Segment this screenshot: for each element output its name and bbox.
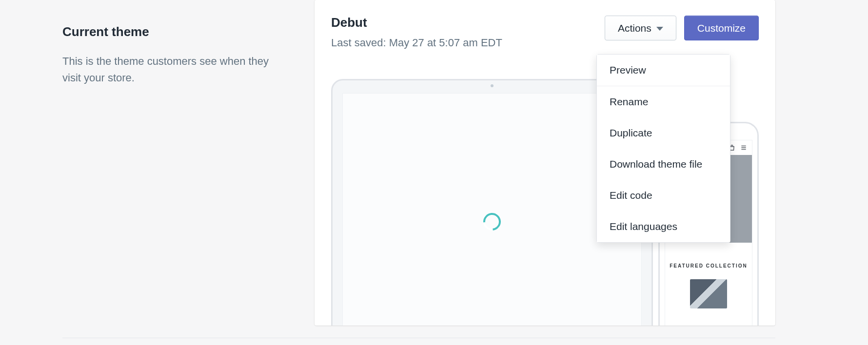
actions-menu-duplicate[interactable]: Duplicate [597,117,730,149]
actions-menu-preview[interactable]: Preview [597,55,730,86]
customize-button[interactable]: Customize [684,16,759,40]
actions-menu-rename[interactable]: Rename [597,86,730,117]
actions-menu-edit-code[interactable]: Edit code [597,180,730,211]
actions-menu-download[interactable]: Download theme file [597,149,730,180]
section-divider [62,338,775,338]
customize-button-label: Customize [697,23,746,33]
caret-down-icon [656,27,663,31]
theme-name: Debut [331,16,502,30]
phone-featured-section: FEATURED COLLECTION [665,243,752,308]
section-description-text: This is the theme customers see when the… [62,53,272,86]
actions-button-label: Actions [618,23,651,33]
tablet-camera-icon [491,84,493,87]
loading-spinner-icon [480,210,505,234]
phone-featured-title: FEATURED COLLECTION [665,263,752,268]
theme-last-saved: Last saved: May 27 at 5:07 am EDT [331,37,502,49]
menu-icon [740,144,747,151]
section-title: Current theme [62,24,295,39]
actions-dropdown: Preview Rename Duplicate Download theme … [596,54,730,243]
actions-button[interactable]: Actions [605,16,676,40]
phone-featured-image [690,279,727,308]
theme-card: Debut Last saved: May 27 at 5:07 am EDT … [315,0,775,326]
actions-menu-edit-lang[interactable]: Edit languages [597,211,730,242]
section-description: Current theme This is the theme customer… [0,0,315,345]
